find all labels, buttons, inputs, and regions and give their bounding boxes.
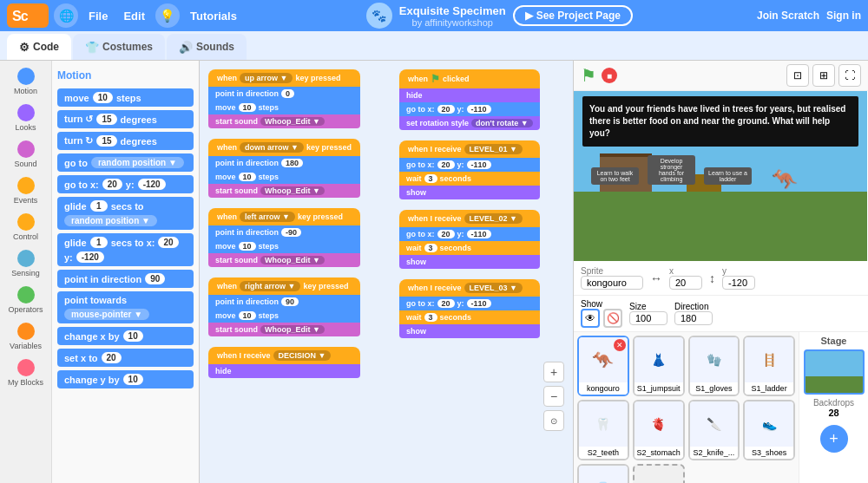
block-hide-main[interactable]: hide — [399, 88, 540, 102]
hat-level01[interactable]: when I receive LEVEL_01 ▼ — [399, 140, 540, 158]
sprite-item-knife[interactable]: 🔪 S2_knife_... — [688, 400, 740, 460]
hat-up-arrow[interactable]: when up arrow ▼ key pressed — [208, 69, 360, 87]
block-show-l01[interactable]: show — [399, 186, 540, 199]
block-point-towards[interactable]: point towards mouse-pointer ▼ — [57, 291, 194, 323]
sprite-item-teeth[interactable]: 🦷 S2_teeth — [577, 400, 629, 460]
block-rotation-style[interactable]: set rotation style don't rotate ▼ — [399, 116, 540, 130]
block-show-l02[interactable]: show — [399, 255, 540, 269]
zoom-in-button[interactable]: + — [543, 362, 564, 382]
block-change-y-input[interactable]: 10 — [123, 374, 143, 385]
category-operators[interactable]: Operators — [3, 283, 49, 317]
hat-down-arrow[interactable]: when down arrow ▼ key pressed — [208, 139, 360, 156]
block-point-dir-n90[interactable]: point in direction -90 — [208, 225, 360, 239]
show-button[interactable]: 👁 — [581, 309, 600, 328]
hat-level03[interactable]: when I receive LEVEL_03 ▼ — [399, 279, 540, 297]
category-motion[interactable]: Motion — [3, 64, 49, 99]
block-change-y[interactable]: change y by 10 — [57, 370, 194, 388]
category-myblocks[interactable]: My Blocks — [3, 356, 49, 390]
category-variables[interactable]: Variables — [3, 319, 49, 354]
stage-option1[interactable]: Learn to walk on two feet — [591, 167, 639, 185]
block-glide-secs[interactable]: 1 — [90, 200, 108, 212]
block-goto-y[interactable]: -120 — [138, 179, 166, 190]
stage-option3[interactable]: Learn to use a ladder — [704, 167, 752, 185]
block-glide-secs2[interactable]: 1 — [90, 237, 108, 248]
hat-green-flag[interactable]: when ⚑ clicked — [399, 69, 540, 88]
block-goto-random[interactable]: go to random position ▼ — [57, 153, 194, 172]
block-move-input[interactable]: 10 — [93, 92, 113, 103]
block-point-dir-input[interactable]: 90 — [145, 273, 165, 284]
code-area[interactable]: when up arrow ▼ key pressed point in dir… — [200, 61, 573, 483]
hide-button[interactable]: 🚫 — [603, 309, 622, 328]
join-scratch-link[interactable]: Join Scratch — [757, 10, 819, 22]
category-sound[interactable]: Sound — [3, 137, 49, 172]
tab-sounds[interactable]: 🔊 Sounds — [167, 34, 247, 60]
block-move-10-3[interactable]: move 10 steps — [208, 239, 360, 253]
sprite-item-jumpsuit[interactable]: 👗 S1_jumpsuit — [633, 336, 685, 396]
block-turn-cw-input[interactable]: 15 — [96, 135, 116, 147]
category-looks[interactable]: Looks — [3, 101, 49, 135]
block-wait-l02[interactable]: wait 3 seconds — [399, 241, 540, 255]
block-show-l03[interactable]: show — [399, 324, 540, 338]
block-point-dir-90[interactable]: point in direction 90 — [208, 295, 360, 309]
sprite-delete-kongouro[interactable]: ✕ — [614, 339, 626, 351]
stage-small-view-button[interactable]: ⊡ — [786, 64, 809, 87]
block-hide-decision[interactable]: hide — [208, 364, 360, 378]
stage-option2[interactable]: Develop stronger hands for climbing — [648, 155, 695, 185]
x-input[interactable] — [669, 276, 702, 290]
block-goto-l03[interactable]: go to x: 20 y: -110 — [399, 297, 540, 310]
block-sound-3[interactable]: start sound Whoop_Edit ▼ — [208, 253, 360, 267]
sprite-item-stomach[interactable]: 🫀 S2_stomach — [633, 400, 685, 460]
block-goto-xy[interactable]: go to x: 20 y: -120 — [57, 175, 194, 193]
y-input[interactable] — [722, 276, 755, 290]
block-wait-l01[interactable]: wait 3 seconds — [399, 172, 540, 186]
block-change-x-input[interactable]: 10 — [123, 330, 143, 342]
block-glide-dropdown[interactable]: random position ▼ — [64, 215, 157, 226]
block-towards-dropdown[interactable]: mouse-pointer ▼ — [64, 309, 149, 320]
hat-left-arrow[interactable]: when left arrow ▼ key pressed — [208, 208, 360, 225]
green-flag-button[interactable]: ⚑ — [581, 65, 596, 86]
see-project-button[interactable]: ▶ See Project Page — [513, 5, 633, 26]
scratch-logo[interactable]: Sc — [7, 3, 49, 28]
direction-input[interactable] — [674, 311, 713, 325]
category-sensing[interactable]: Sensing — [3, 246, 49, 281]
block-set-x[interactable]: set x to 20 — [57, 349, 194, 367]
block-turn-cw[interactable]: turn ↻ 15 degrees — [57, 132, 194, 150]
block-point-dir-180[interactable]: point in direction 180 — [208, 156, 360, 170]
block-goto-l02[interactable]: go to x: 20 y: -110 — [399, 227, 540, 241]
add-backdrop-button[interactable]: + — [820, 425, 848, 453]
hat-level02[interactable]: when I receive LEVEL_02 ▼ — [399, 210, 540, 227]
category-control[interactable]: Control — [3, 210, 49, 245]
block-move-10-1[interactable]: move 10 steps — [208, 101, 360, 114]
edit-menu[interactable]: Edit — [118, 8, 150, 24]
tab-code[interactable]: ⚙ Code — [7, 34, 71, 60]
block-change-x[interactable]: change x by 10 — [57, 327, 194, 345]
sprite-item-gloves[interactable]: 🧤 S1_gloves — [688, 336, 740, 396]
file-menu[interactable]: File — [83, 8, 113, 24]
tutorials-menu[interactable]: Tutorials — [185, 8, 242, 24]
block-glide-xy[interactable]: glide 1 secs to x: 20 y: -120 — [57, 233, 194, 266]
add-sprite-button[interactable]: + — [633, 464, 685, 483]
block-goto-l01[interactable]: go to x: 20 y: -110 — [399, 158, 540, 172]
block-point-dir[interactable]: point in direction 90 — [57, 270, 194, 288]
block-glide-y[interactable]: -120 — [76, 251, 104, 263]
block-turn-ccw-input[interactable]: 15 — [96, 114, 116, 125]
block-wait-l03[interactable]: wait 3 seconds — [399, 310, 540, 324]
block-goto-20-n110[interactable]: go to x: 20 y: -110 — [399, 102, 540, 116]
sprite-item-shoes[interactable]: 👟 S3_shoes — [743, 400, 795, 460]
tab-costumes[interactable]: 👕 Costumes — [73, 34, 165, 60]
block-glide-random[interactable]: glide 1 secs to random position ▼ — [57, 197, 194, 230]
hat-right-arrow[interactable]: when right arrow ▼ key pressed — [208, 277, 360, 295]
block-sound-2[interactable]: start sound Whoop_Edit ▼ — [208, 184, 360, 198]
hat-decision[interactable]: when I receive DECISION ▼ — [208, 347, 360, 364]
block-goto-x[interactable]: 20 — [102, 179, 122, 190]
sprite-item-tracksuit[interactable]: 👔 S3_tracksuit — [577, 464, 629, 483]
size-input[interactable] — [629, 311, 667, 325]
globe-icon[interactable]: 🌐 — [54, 3, 78, 28]
stage-thumbnail[interactable] — [804, 349, 865, 395]
block-move[interactable]: move 10 steps — [57, 88, 194, 107]
zoom-reset-button[interactable]: ⊙ — [543, 410, 564, 431]
sprite-name-input[interactable] — [581, 276, 643, 290]
block-move-10-2[interactable]: move 10 steps — [208, 170, 360, 184]
stop-button[interactable]: ■ — [602, 68, 617, 83]
sprite-item-kongouro[interactable]: 🦘 kongouro ✕ — [577, 336, 629, 396]
